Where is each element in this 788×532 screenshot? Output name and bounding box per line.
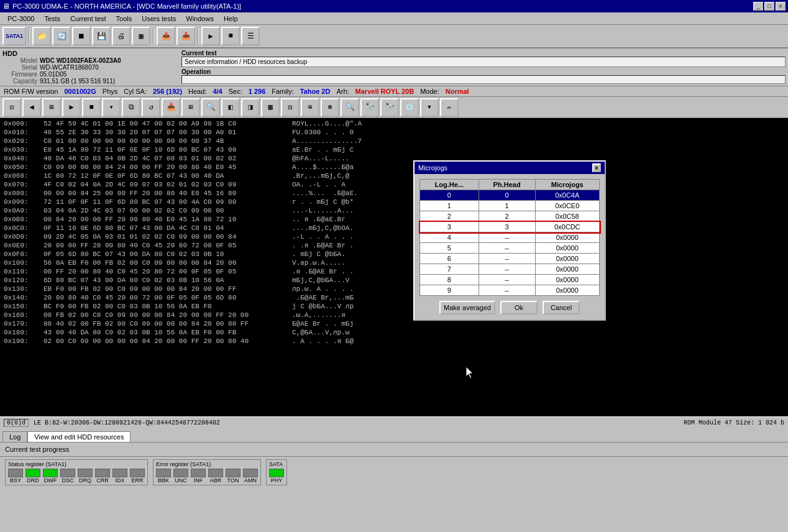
tab-view-edit[interactable]: View and edit HDD resources xyxy=(27,431,131,442)
toolbar-btn-stop[interactable]: ⏹ xyxy=(72,27,91,45)
hex-bytes: 0F 11 10 0E 6D 80 BC 07 43 00 DA 4C C0 0… xyxy=(44,224,292,232)
tb2-next[interactable]: ▶ xyxy=(62,98,81,117)
hex-bytes: 09 2D 4C 05 0A 03 01 01 02 02 C0 09 00 0… xyxy=(44,232,292,241)
tb2-nav[interactable]: ⊞ xyxy=(42,98,61,117)
hex-bytes: 00 00 00 84 25 00 00 FF 20 00 80 40 E0 4… xyxy=(44,189,292,198)
toolbar-btn-print[interactable]: 🖨 xyxy=(112,27,131,45)
microjogs-row[interactable]: 9--0x0000 xyxy=(420,285,600,296)
tb2-edit[interactable]: ✏ xyxy=(440,98,459,117)
menu-windows[interactable]: Windows xyxy=(181,15,219,22)
tb2-btn16[interactable]: ⊛ xyxy=(321,98,339,117)
indicator-bsy: BSY xyxy=(8,469,23,484)
menu-tools[interactable]: Tools xyxy=(111,15,137,22)
tb2-save2[interactable]: 📥 xyxy=(162,98,180,117)
cell-microjogs[interactable]: 0x0000 xyxy=(535,264,599,275)
tb2-btn14[interactable]: ⧈ xyxy=(281,98,300,117)
hex-row: 0x090: 72 11 0F 0F 11 0F 6D 80 BC 07 43 … xyxy=(4,198,784,206)
toolbar-btn-play[interactable]: ▶ xyxy=(201,27,220,45)
tb2-btn12[interactable]: ◨ xyxy=(241,98,260,117)
tb2-btn15[interactable]: ⊕ xyxy=(301,98,319,117)
microjogs-row[interactable]: 5--0x0000 xyxy=(420,243,600,254)
toolbar-btn-stopp[interactable]: ■ xyxy=(221,27,240,45)
close-window-button[interactable]: × xyxy=(776,2,786,11)
cell-microjogs[interactable]: 0x0CE0 xyxy=(535,201,599,211)
rom-fw-value: 0001002G xyxy=(64,88,96,95)
tb2-refresh2[interactable]: ↺ xyxy=(142,98,160,117)
cancel-button[interactable]: Cancel xyxy=(543,301,580,314)
toolbar-btn-open[interactable]: 📁 xyxy=(32,27,51,45)
toolbar-btn-grid[interactable]: ▦ xyxy=(132,27,150,45)
toolbar-btn-list[interactable]: ☰ xyxy=(241,27,260,45)
cell-microjogs[interactable]: 0x0C4A xyxy=(535,190,599,201)
menu-help[interactable]: Help xyxy=(219,15,243,22)
led-amn-label: AMN xyxy=(244,477,257,484)
microjogs-row[interactable]: 8--0x0000 xyxy=(420,275,600,285)
tb2-cursor[interactable]: ▾ xyxy=(102,98,121,117)
hex-row: 0x0A0: 03 04 0A 2D 4C 03 07 00 00 02 02 … xyxy=(4,206,784,215)
capacity-label: Capacity xyxy=(2,78,37,85)
microjogs-row[interactable]: 4--0x0000 xyxy=(420,232,600,243)
toolbar-btn-import[interactable]: 📥 xyxy=(176,27,195,45)
tb2-zoom[interactable]: 🔍 xyxy=(201,98,220,117)
hex-row: 0x040: 40 DA 46 C0 03 04 0B 2D 4C 07 08 … xyxy=(4,154,784,163)
tb2-search[interactable]: 🔍 xyxy=(341,98,359,117)
menu-users-tests[interactable]: Users tests xyxy=(137,15,181,22)
indicator-idx: IDX xyxy=(112,469,127,484)
cell-microjogs[interactable]: 0x0000 xyxy=(535,232,599,243)
microjogs-row[interactable]: 7--0x0000 xyxy=(420,264,600,275)
hex-bytes: 0F 05 6D 80 BC 07 43 00 DA 80 C0 02 03 0… xyxy=(44,250,292,259)
cell-microjogs[interactable]: 0x0000 xyxy=(535,285,599,296)
microjogs-row[interactable]: 220x0C58 xyxy=(420,211,600,222)
cell-microjogs[interactable]: 0x0000 xyxy=(535,243,599,254)
minimize-button[interactable]: _ xyxy=(753,2,763,11)
cell-log: 3 xyxy=(420,222,479,232)
hex-addr: 0x0C0: xyxy=(4,224,44,232)
microjogs-row[interactable]: 6--0x0000 xyxy=(420,254,600,264)
toolbar-btn-export[interactable]: 📤 xyxy=(157,27,175,45)
menu-pc3000[interactable]: PC-3000 xyxy=(2,15,39,22)
hex-text: ...-L......A... xyxy=(292,206,354,215)
tb2-btn1[interactable]: ⊡ xyxy=(2,98,21,117)
cell-ph: -- xyxy=(479,275,535,285)
hex-text: ....%... .Б@аE. xyxy=(292,189,358,198)
hex-addr: 0x160: xyxy=(4,311,44,319)
hex-area[interactable]: 0x000: 52 4F 59 4C 01 00 1E 00 47 00 02 … xyxy=(0,118,788,416)
hex-text: j C @bБА...V лр xyxy=(292,302,354,311)
toolbar-btn-save[interactable]: 💾 xyxy=(92,27,111,45)
tb2-prev[interactable]: ◀ xyxy=(22,98,41,117)
microjogs-row[interactable]: 110x0CE0 xyxy=(420,201,600,211)
cell-microjogs[interactable]: 0x0000 xyxy=(535,254,599,264)
cell-ph: 3 xyxy=(479,222,535,232)
tb2-binoculars[interactable]: 🔭 xyxy=(360,98,379,117)
hex-text: . А . . . .я Б@ xyxy=(292,337,354,346)
menu-tests[interactable]: Tests xyxy=(39,15,65,22)
cell-microjogs[interactable]: 0x0CDC xyxy=(535,222,599,232)
cell-microjogs[interactable]: 0x0C58 xyxy=(535,211,599,222)
tb2-dropdown[interactable]: ▼ xyxy=(420,98,439,117)
make-averaged-button[interactable]: Make averaged xyxy=(439,301,495,314)
maximize-button[interactable]: □ xyxy=(764,2,774,11)
led-dwf-label: DWF xyxy=(44,477,57,484)
sata-button[interactable]: SATA1 xyxy=(2,27,26,45)
tb2-btn11[interactable]: ◧ xyxy=(221,98,240,117)
title-bar: 🖥 PC-3000 UDMA-E - NORTH AMERICA - [WDC … xyxy=(0,0,788,12)
tb2-disk[interactable]: 💿 xyxy=(400,98,419,117)
microjogs-row[interactable]: 000x0C4A xyxy=(420,190,600,201)
toolbar-btn-refresh[interactable]: 🔄 xyxy=(52,27,71,45)
microjogs-row[interactable]: 330x0CDC xyxy=(420,222,600,232)
hex-row: 0x110: 00 FF 20 00 80 40 C0 45 20 80 72 … xyxy=(4,267,784,276)
tabs-bar: Log View and edit HDD resources xyxy=(0,429,788,443)
tb2-binoculars2[interactable]: 🔭 xyxy=(380,98,399,117)
tb2-grid2[interactable]: ▦ xyxy=(261,98,280,117)
tb2-copy[interactable]: ⧉ xyxy=(122,98,140,117)
dialog-close-button[interactable]: × xyxy=(592,163,601,172)
tb2-btn9[interactable]: ⊞ xyxy=(181,98,200,117)
menu-current-test[interactable]: Current test xyxy=(65,15,111,22)
led-ton xyxy=(226,469,241,477)
tab-log[interactable]: Log xyxy=(2,431,27,442)
tb2-stop[interactable]: ■ xyxy=(82,98,101,117)
cell-microjogs[interactable]: 0x0000 xyxy=(535,275,599,285)
ok-button[interactable]: Ok xyxy=(500,301,538,314)
microjogs-table[interactable]: Log.He... Ph.Head Microjogs 000x0C4A110x… xyxy=(419,179,600,296)
hex-text: FU.0300 . . . 0 xyxy=(292,128,354,137)
